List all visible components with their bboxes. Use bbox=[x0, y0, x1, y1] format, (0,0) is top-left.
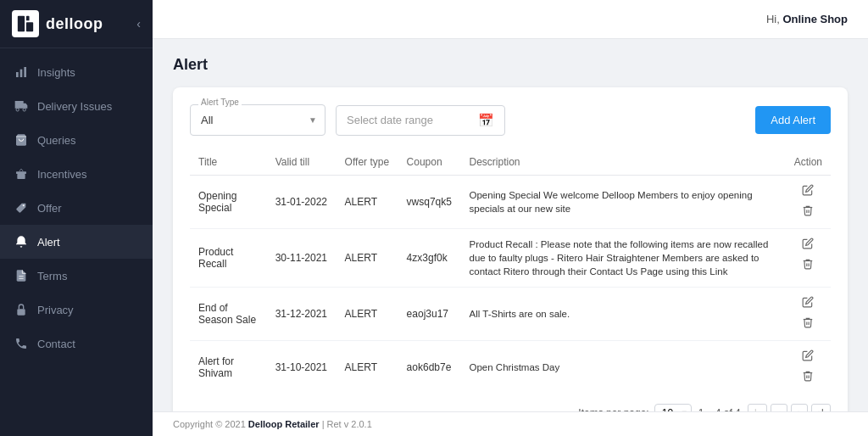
cell-valid-till: 31-12-2021 bbox=[267, 288, 337, 341]
add-alert-button[interactable]: Add Alert bbox=[755, 106, 831, 134]
delete-button[interactable] bbox=[800, 203, 815, 220]
cell-description: Open Christmas Day bbox=[461, 341, 786, 394]
sidebar-item-offer-label: Offer bbox=[37, 202, 62, 215]
sidebar-item-privacy-label: Privacy bbox=[37, 304, 74, 316]
footer-copyright: Copyright © 2021 bbox=[173, 419, 246, 429]
sidebar-collapse-button[interactable]: ‹ bbox=[136, 17, 141, 31]
cell-offer-type: ALERT bbox=[337, 229, 398, 288]
edit-button[interactable] bbox=[800, 294, 815, 311]
app-logo-icon bbox=[12, 10, 39, 37]
items-per-page-select[interactable]: 10 25 50 bbox=[654, 404, 692, 411]
alert-type-wrap: Alert Type All ALERT OFFER PROMO ▼ bbox=[190, 104, 326, 136]
footer-version: | Ret v 2.0.1 bbox=[322, 419, 372, 429]
chart-icon bbox=[14, 64, 29, 80]
cell-offer-type: ALERT bbox=[337, 176, 398, 229]
svg-point-6 bbox=[16, 109, 19, 111]
username: Online Shop bbox=[782, 13, 848, 25]
delete-button[interactable] bbox=[800, 368, 815, 385]
pagination-nav: |‹ ‹ › ›| bbox=[748, 404, 831, 411]
sidebar-item-insights[interactable]: Insights bbox=[0, 55, 153, 89]
greeting-text: Hi, Online Shop bbox=[766, 13, 848, 25]
table-row: Opening Special 31-01-2022 ALERT vwsq7qk… bbox=[190, 176, 831, 229]
topbar: Hi, Online Shop bbox=[153, 0, 868, 39]
col-action: Action bbox=[785, 149, 831, 176]
sidebar-item-privacy[interactable]: Privacy bbox=[0, 293, 153, 327]
sidebar-item-terms-label: Terms bbox=[37, 270, 67, 282]
sidebar-item-queries-label: Queries bbox=[37, 134, 76, 147]
table-row: Product Recall 30-11-2021 ALERT 4zx3gf0k… bbox=[190, 229, 831, 288]
delete-button[interactable] bbox=[800, 315, 815, 332]
sidebar-item-contact[interactable]: Contact bbox=[0, 327, 153, 361]
col-offer-type: Offer type bbox=[337, 149, 398, 176]
sidebar-item-insights-label: Insights bbox=[37, 66, 75, 79]
sidebar-item-delivery-issues-label: Delivery Issues bbox=[37, 100, 112, 113]
svg-rect-1 bbox=[26, 16, 30, 21]
page-content: Alert Alert Type All ALERT OFFER PROMO ▼… bbox=[153, 39, 868, 411]
bell-icon bbox=[14, 234, 29, 249]
table-row: End of Season Sale 31-12-2021 ALERT eaoj… bbox=[190, 288, 831, 341]
app-name: delloop bbox=[46, 15, 103, 33]
toolbar: Alert Type All ALERT OFFER PROMO ▼ Selec… bbox=[190, 104, 831, 136]
cell-valid-till: 31-10-2021 bbox=[267, 341, 337, 394]
tag-icon bbox=[14, 200, 29, 215]
lock-icon bbox=[14, 302, 29, 317]
col-coupon: Coupon bbox=[398, 149, 461, 176]
edit-button[interactable] bbox=[800, 348, 815, 365]
last-page-button[interactable]: ›| bbox=[811, 404, 831, 411]
alert-type-label: Alert Type bbox=[198, 98, 242, 107]
sidebar-logo: delloop ‹ bbox=[0, 0, 153, 48]
cell-offer-type: ALERT bbox=[337, 288, 398, 341]
cell-coupon: vwsq7qk5 bbox=[398, 176, 461, 229]
svg-rect-5 bbox=[24, 67, 26, 77]
sidebar-item-terms[interactable]: Terms bbox=[0, 259, 153, 293]
svg-rect-3 bbox=[16, 72, 19, 77]
cell-title: End of Season Sale bbox=[190, 288, 267, 341]
col-title: Title bbox=[190, 149, 267, 176]
cell-valid-till: 31-01-2022 bbox=[267, 176, 337, 229]
cell-coupon: aok6db7e bbox=[398, 341, 461, 394]
phone-icon bbox=[14, 336, 29, 351]
cell-description: All T-Shirts are on sale. bbox=[461, 288, 786, 341]
sidebar-item-delivery-issues[interactable]: Delivery Issues bbox=[0, 89, 153, 123]
cell-description: Opening Special We welcome Delloop Membe… bbox=[461, 176, 786, 229]
first-page-button[interactable]: |‹ bbox=[748, 404, 767, 411]
footer-brand: Delloop Retailer bbox=[248, 419, 320, 429]
col-description: Description bbox=[461, 149, 786, 176]
svg-rect-14 bbox=[17, 309, 25, 315]
sidebar-nav: Insights Delivery Issues Queries Incenti… bbox=[0, 48, 153, 436]
prev-page-button[interactable]: ‹ bbox=[771, 404, 787, 411]
edit-button[interactable] bbox=[800, 182, 815, 199]
sidebar-item-queries[interactable]: Queries bbox=[0, 123, 153, 157]
delete-button[interactable] bbox=[800, 256, 815, 273]
sidebar-item-contact-label: Contact bbox=[37, 338, 75, 350]
next-page-button[interactable]: › bbox=[791, 404, 808, 411]
sidebar: delloop ‹ Insights Delivery Issues Queri… bbox=[0, 0, 153, 436]
alert-type-select[interactable]: All ALERT OFFER PROMO bbox=[190, 104, 326, 136]
svg-point-7 bbox=[23, 109, 25, 111]
calendar-icon: 📅 bbox=[478, 113, 494, 128]
cell-action bbox=[785, 229, 831, 288]
cell-coupon: 4zx3gf0k bbox=[398, 229, 461, 288]
svg-rect-2 bbox=[26, 22, 33, 31]
svg-rect-4 bbox=[20, 70, 23, 77]
sidebar-item-incentives[interactable]: Incentives bbox=[0, 157, 153, 191]
date-range-picker[interactable]: Select date range 📅 bbox=[336, 105, 505, 136]
cell-action bbox=[785, 176, 831, 229]
cell-title: Alert for Shivam bbox=[190, 341, 267, 394]
svg-point-11 bbox=[23, 204, 25, 206]
col-valid-till: Valid till bbox=[267, 149, 337, 176]
cell-title: Product Recall bbox=[190, 229, 267, 288]
alert-card: Alert Type All ALERT OFFER PROMO ▼ Selec… bbox=[173, 87, 848, 411]
cell-description: Product Recall : Please note that the fo… bbox=[461, 229, 786, 288]
table-row: Alert for Shivam 31-10-2021 ALERT aok6db… bbox=[190, 341, 831, 394]
cell-offer-type: ALERT bbox=[337, 341, 398, 394]
cell-action bbox=[785, 288, 831, 341]
alerts-table: Title Valid till Offer type Coupon Descr… bbox=[190, 149, 831, 394]
doc-icon bbox=[14, 268, 29, 283]
sidebar-item-offer[interactable]: Offer bbox=[0, 191, 153, 225]
items-per-page-wrap: Items per page: 10 25 50 ▼ bbox=[578, 404, 691, 411]
sidebar-item-incentives-label: Incentives bbox=[37, 168, 87, 181]
sidebar-item-alert[interactable]: Alert bbox=[0, 225, 153, 259]
page-title: Alert bbox=[173, 56, 848, 74]
edit-button[interactable] bbox=[800, 236, 815, 253]
